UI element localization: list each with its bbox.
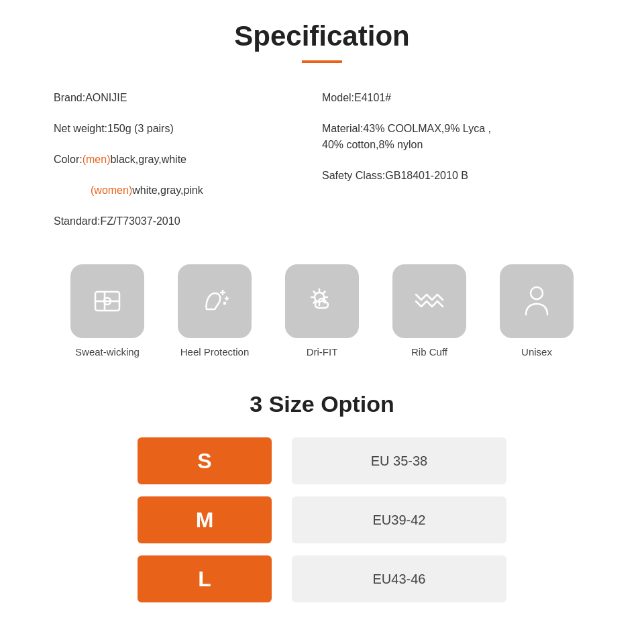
dri-fit-icon-box xyxy=(285,264,359,338)
unisex-label: Unisex xyxy=(521,346,552,358)
specs-left: Brand:AONIJIE Net weight:150g (3 pairs) … xyxy=(54,90,322,244)
features-section: Sweat-wicking Heel Protection xyxy=(40,264,604,358)
specs-section: Brand:AONIJIE Net weight:150g (3 pairs) … xyxy=(40,90,604,244)
spec-standard: Standard:FZ/T73037-2010 xyxy=(54,213,322,229)
feature-dri-fit: Dri-FIT xyxy=(278,264,366,358)
heel-protection-icon xyxy=(193,280,236,323)
spec-material: Material:43% COOLMAX,9% Lyca , 40% cotto… xyxy=(322,121,590,153)
size-badge-m: M xyxy=(138,496,272,543)
sweat-wicking-icon xyxy=(86,280,129,323)
size-rows: S EU 35-38 M EU39-42 L EU43-46 xyxy=(40,437,604,602)
spec-brand: Brand:AONIJIE xyxy=(54,90,322,106)
svg-point-19 xyxy=(531,287,543,299)
feature-unisex: Unisex xyxy=(493,264,580,358)
feature-heel-protection: Heel Protection xyxy=(171,264,258,358)
unisex-icon xyxy=(515,280,558,323)
feature-rib-cuff: Rib Cuff xyxy=(386,264,473,358)
title-underline xyxy=(302,60,342,63)
rib-cuff-label: Rib Cuff xyxy=(411,346,447,358)
dri-fit-icon xyxy=(301,280,343,323)
size-title: 3 Size Option xyxy=(40,391,604,417)
sweat-wicking-label: Sweat-wicking xyxy=(75,346,140,358)
spec-model: Model:E4101# xyxy=(322,90,590,106)
heel-protection-label: Heel Protection xyxy=(180,346,250,358)
size-range-m: EU39-42 xyxy=(292,496,506,543)
spec-weight: Net weight:150g (3 pairs) xyxy=(54,121,322,137)
size-badge-l: L xyxy=(138,555,272,602)
svg-line-15 xyxy=(314,292,316,294)
page-title: Specification xyxy=(40,20,604,52)
feature-sweat-wicking: Sweat-wicking xyxy=(64,264,151,358)
sweat-wicking-icon-box xyxy=(70,264,144,338)
color-women-orange: (women) xyxy=(91,184,132,196)
svg-line-17 xyxy=(323,292,325,294)
rib-cuff-icon xyxy=(408,280,451,323)
heel-protection-icon-box xyxy=(178,264,252,338)
spec-color-women: (women)white,gray,pink xyxy=(91,182,322,199)
size-row-m: M EU39-42 xyxy=(138,496,506,543)
rib-cuff-icon-box xyxy=(392,264,466,338)
spec-safety: Safety Class:GB18401-2010 B xyxy=(322,168,590,184)
size-range-l: EU43-46 xyxy=(292,555,506,602)
page-container: Specification Brand:AONIJIE Net weight:1… xyxy=(0,0,644,636)
color-men-orange: (men) xyxy=(83,154,111,165)
specs-right: Model:E4101# Material:43% COOLMAX,9% Lyc… xyxy=(322,90,590,244)
size-row-l: L EU43-46 xyxy=(138,555,506,602)
size-range-s: EU 35-38 xyxy=(292,437,506,484)
size-row-s: S EU 35-38 xyxy=(138,437,506,484)
unisex-icon-box xyxy=(500,264,574,338)
title-section: Specification xyxy=(40,20,604,63)
size-section: 3 Size Option S EU 35-38 M EU39-42 L EU4… xyxy=(40,391,604,602)
spec-color-men: Color:(men)black,gray,white xyxy=(54,152,322,168)
svg-line-9 xyxy=(224,303,225,304)
size-badge-s: S xyxy=(138,437,272,484)
dri-fit-label: Dri-FIT xyxy=(307,346,338,358)
